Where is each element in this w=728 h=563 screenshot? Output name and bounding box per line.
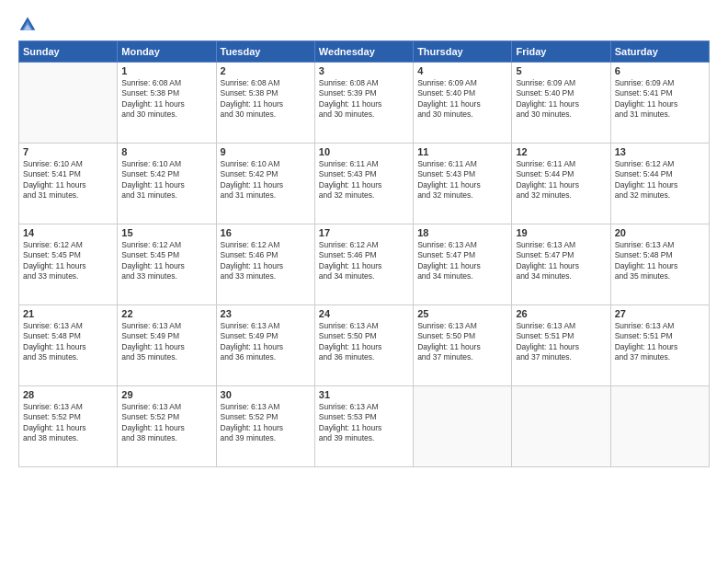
day-info: Sunrise: 6:13 AM Sunset: 5:49 PM Dayligh…	[221, 321, 311, 363]
calendar-cell: 10Sunrise: 6:11 AM Sunset: 5:43 PM Dayli…	[314, 144, 413, 224]
day-info: Sunrise: 6:13 AM Sunset: 5:51 PM Dayligh…	[615, 321, 705, 363]
col-header-sunday: Sunday	[19, 41, 118, 63]
day-number: 14	[23, 227, 113, 238]
calendar-cell: 24Sunrise: 6:13 AM Sunset: 5:50 PM Dayli…	[314, 305, 413, 386]
day-number: 31	[319, 389, 409, 400]
day-info: Sunrise: 6:13 AM Sunset: 5:52 PM Dayligh…	[221, 402, 311, 444]
day-number: 26	[516, 308, 606, 319]
day-info: Sunrise: 6:08 AM Sunset: 5:39 PM Dayligh…	[319, 78, 409, 121]
calendar-cell: 1Sunrise: 6:08 AM Sunset: 5:38 PM Daylig…	[118, 63, 216, 144]
calendar-cell	[512, 386, 610, 467]
day-info: Sunrise: 6:13 AM Sunset: 5:48 PM Dayligh…	[23, 321, 113, 363]
day-number: 27	[615, 308, 705, 319]
day-number: 7	[23, 146, 113, 157]
day-number: 18	[417, 227, 507, 238]
day-info: Sunrise: 6:09 AM Sunset: 5:41 PM Dayligh…	[615, 78, 705, 121]
day-info: Sunrise: 6:12 AM Sunset: 5:44 PM Dayligh…	[615, 159, 705, 201]
calendar-cell: 18Sunrise: 6:13 AM Sunset: 5:47 PM Dayli…	[414, 224, 512, 305]
day-number: 28	[23, 389, 113, 400]
calendar-cell: 7Sunrise: 6:10 AM Sunset: 5:41 PM Daylig…	[19, 144, 118, 224]
day-number: 20	[615, 227, 705, 238]
calendar-cell: 26Sunrise: 6:13 AM Sunset: 5:51 PM Dayli…	[512, 305, 610, 386]
col-header-wednesday: Wednesday	[314, 41, 413, 63]
day-info: Sunrise: 6:13 AM Sunset: 5:51 PM Dayligh…	[516, 321, 606, 363]
day-info: Sunrise: 6:13 AM Sunset: 5:47 PM Dayligh…	[516, 240, 606, 282]
day-info: Sunrise: 6:12 AM Sunset: 5:46 PM Dayligh…	[319, 240, 409, 282]
day-number: 13	[615, 146, 705, 157]
calendar-week-5: 28Sunrise: 6:13 AM Sunset: 5:52 PM Dayli…	[19, 386, 710, 467]
day-number: 16	[221, 227, 311, 238]
calendar-cell: 5Sunrise: 6:09 AM Sunset: 5:40 PM Daylig…	[512, 63, 610, 144]
calendar-week-1: 1Sunrise: 6:08 AM Sunset: 5:38 PM Daylig…	[19, 63, 710, 144]
day-number: 24	[319, 308, 409, 319]
calendar-cell	[19, 63, 118, 144]
calendar-cell: 17Sunrise: 6:12 AM Sunset: 5:46 PM Dayli…	[314, 224, 413, 305]
day-number: 3	[319, 65, 409, 76]
calendar-cell: 4Sunrise: 6:09 AM Sunset: 5:40 PM Daylig…	[414, 63, 512, 144]
day-number: 29	[121, 389, 211, 400]
day-info: Sunrise: 6:09 AM Sunset: 5:40 PM Dayligh…	[516, 78, 606, 121]
logo-icon	[18, 15, 37, 33]
calendar-week-4: 21Sunrise: 6:13 AM Sunset: 5:48 PM Dayli…	[19, 305, 710, 386]
calendar-cell: 8Sunrise: 6:10 AM Sunset: 5:42 PM Daylig…	[118, 144, 216, 224]
day-info: Sunrise: 6:08 AM Sunset: 5:38 PM Dayligh…	[121, 78, 211, 121]
day-number: 22	[121, 308, 211, 319]
day-info: Sunrise: 6:13 AM Sunset: 5:47 PM Dayligh…	[417, 240, 507, 282]
calendar-cell: 21Sunrise: 6:13 AM Sunset: 5:48 PM Dayli…	[19, 305, 118, 386]
calendar-cell: 11Sunrise: 6:11 AM Sunset: 5:43 PM Dayli…	[414, 144, 512, 224]
day-info: Sunrise: 6:13 AM Sunset: 5:52 PM Dayligh…	[23, 402, 113, 444]
calendar-header-row: SundayMondayTuesdayWednesdayThursdayFrid…	[19, 41, 710, 63]
page: SundayMondayTuesdayWednesdayThursdayFrid…	[0, 0, 728, 563]
day-number: 4	[417, 65, 507, 76]
calendar-cell: 16Sunrise: 6:12 AM Sunset: 5:46 PM Dayli…	[216, 224, 314, 305]
day-info: Sunrise: 6:12 AM Sunset: 5:45 PM Dayligh…	[121, 240, 211, 282]
day-number: 17	[319, 227, 409, 238]
calendar-cell: 3Sunrise: 6:08 AM Sunset: 5:39 PM Daylig…	[314, 63, 413, 144]
calendar-cell: 27Sunrise: 6:13 AM Sunset: 5:51 PM Dayli…	[610, 305, 709, 386]
calendar-cell: 12Sunrise: 6:11 AM Sunset: 5:44 PM Dayli…	[512, 144, 610, 224]
day-info: Sunrise: 6:10 AM Sunset: 5:42 PM Dayligh…	[121, 159, 211, 201]
day-number: 21	[23, 308, 113, 319]
calendar-table: SundayMondayTuesdayWednesdayThursdayFrid…	[18, 40, 710, 467]
day-info: Sunrise: 6:13 AM Sunset: 5:53 PM Dayligh…	[319, 402, 409, 444]
day-info: Sunrise: 6:13 AM Sunset: 5:49 PM Dayligh…	[121, 321, 211, 363]
calendar-cell: 25Sunrise: 6:13 AM Sunset: 5:50 PM Dayli…	[414, 305, 512, 386]
calendar-cell: 14Sunrise: 6:12 AM Sunset: 5:45 PM Dayli…	[19, 224, 118, 305]
calendar-cell: 29Sunrise: 6:13 AM Sunset: 5:52 PM Dayli…	[118, 386, 216, 467]
day-info: Sunrise: 6:10 AM Sunset: 5:42 PM Dayligh…	[221, 159, 311, 201]
day-info: Sunrise: 6:11 AM Sunset: 5:44 PM Dayligh…	[516, 159, 606, 201]
calendar-cell: 22Sunrise: 6:13 AM Sunset: 5:49 PM Dayli…	[118, 305, 216, 386]
calendar-cell: 23Sunrise: 6:13 AM Sunset: 5:49 PM Dayli…	[216, 305, 314, 386]
day-number: 9	[221, 146, 311, 157]
day-info: Sunrise: 6:12 AM Sunset: 5:46 PM Dayligh…	[221, 240, 311, 282]
day-number: 6	[615, 65, 705, 76]
day-info: Sunrise: 6:08 AM Sunset: 5:38 PM Dayligh…	[221, 78, 311, 121]
day-number: 11	[417, 146, 507, 157]
calendar-cell	[610, 386, 709, 467]
calendar-cell: 15Sunrise: 6:12 AM Sunset: 5:45 PM Dayli…	[118, 224, 216, 305]
day-info: Sunrise: 6:09 AM Sunset: 5:40 PM Dayligh…	[417, 78, 507, 121]
calendar-cell: 19Sunrise: 6:13 AM Sunset: 5:47 PM Dayli…	[512, 224, 610, 305]
day-info: Sunrise: 6:13 AM Sunset: 5:50 PM Dayligh…	[319, 321, 409, 363]
calendar-cell: 30Sunrise: 6:13 AM Sunset: 5:52 PM Dayli…	[216, 386, 314, 467]
day-number: 1	[121, 65, 211, 76]
day-info: Sunrise: 6:12 AM Sunset: 5:45 PM Dayligh…	[23, 240, 113, 282]
col-header-saturday: Saturday	[610, 41, 709, 63]
calendar-cell	[414, 386, 512, 467]
day-info: Sunrise: 6:13 AM Sunset: 5:50 PM Dayligh…	[417, 321, 507, 363]
day-info: Sunrise: 6:13 AM Sunset: 5:52 PM Dayligh…	[121, 402, 211, 444]
col-header-thursday: Thursday	[414, 41, 512, 63]
calendar-cell: 28Sunrise: 6:13 AM Sunset: 5:52 PM Dayli…	[19, 386, 118, 467]
calendar-week-3: 14Sunrise: 6:12 AM Sunset: 5:45 PM Dayli…	[19, 224, 710, 305]
col-header-monday: Monday	[118, 41, 216, 63]
day-number: 25	[417, 308, 507, 319]
day-info: Sunrise: 6:13 AM Sunset: 5:48 PM Dayligh…	[615, 240, 705, 282]
calendar-cell: 9Sunrise: 6:10 AM Sunset: 5:42 PM Daylig…	[216, 144, 314, 224]
page-header	[18, 15, 710, 33]
day-number: 5	[516, 65, 606, 76]
day-number: 8	[121, 146, 211, 157]
day-number: 12	[516, 146, 606, 157]
day-number: 10	[319, 146, 409, 157]
day-number: 23	[221, 308, 311, 319]
day-info: Sunrise: 6:11 AM Sunset: 5:43 PM Dayligh…	[417, 159, 507, 201]
